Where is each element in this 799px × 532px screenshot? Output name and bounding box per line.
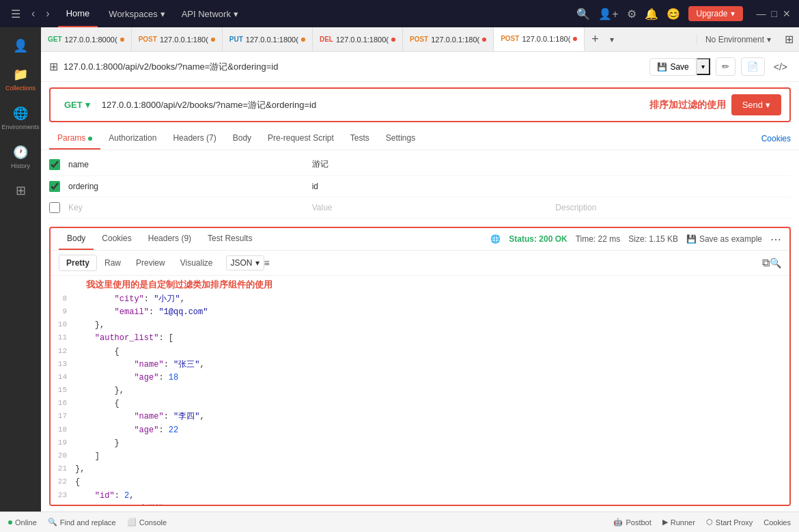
close-button[interactable]: ✕ (783, 8, 791, 19)
add-tab-button[interactable]: + (585, 32, 606, 46)
maximize-button[interactable]: □ (772, 8, 777, 19)
response-tab-headers[interactable]: Headers (9) (140, 228, 199, 250)
environments-label: Environments (1, 124, 39, 131)
find-replace-status[interactable]: 🔍 Find and replace (48, 518, 116, 527)
sidebar-item-history[interactable]: 🕐 History (0, 139, 41, 176)
search-code-button[interactable]: 🔍 (770, 257, 781, 268)
console-status[interactable]: ⬜ Console (127, 518, 167, 527)
env-chevron-icon: ▾ (767, 35, 771, 44)
copy-button[interactable]: ⧉ (762, 257, 770, 269)
tab-post-1[interactable]: POST 127.0.0.1:180( (132, 27, 223, 51)
tab-get-1[interactable]: GET 127.0.0.1:8000( (41, 27, 132, 51)
api-network-tab[interactable]: API Network ▾ (176, 9, 244, 19)
param-key-1: name (66, 157, 304, 172)
more-options-button[interactable]: ⋯ (770, 233, 781, 246)
format-tab-visualize[interactable]: Visualize (173, 255, 221, 271)
sidebar-item-environments[interactable]: 🌐 Environments (0, 100, 41, 137)
code-content: 我这里使用的是自定制过滤类加排序组件的使用 8 "city": "小刀", 9 … (51, 276, 789, 505)
tab-headers[interactable]: Headers (7) (165, 128, 224, 150)
collections-label: Collections (5, 85, 36, 92)
param-check-2[interactable] (49, 181, 60, 192)
upgrade-button[interactable]: Upgrade ▾ (688, 6, 743, 21)
postbot-button[interactable]: 🤖 Postbot (613, 518, 651, 527)
tab-authorization[interactable]: Authorization (100, 128, 165, 150)
tab-body[interactable]: Body (225, 128, 260, 150)
params-table: name 游记 ordering id Key Value Descriptio… (41, 150, 799, 221)
docs-button[interactable]: 📄 (741, 57, 765, 76)
online-dot (8, 520, 12, 524)
url-input[interactable] (102, 100, 630, 110)
code-line-10: 10 }, (51, 319, 789, 332)
param-check-1[interactable] (49, 159, 60, 170)
back-button[interactable]: ‹ (29, 6, 38, 21)
globe-icon: 🌐 (490, 234, 501, 244)
avatar-icon[interactable]: 😊 (667, 8, 680, 20)
format-tab-pretty[interactable]: Pretty (59, 255, 97, 271)
tab-put-1[interactable]: PUT 127.0.0.1:1800( (223, 27, 313, 51)
param-value-1: 游记 (309, 156, 548, 173)
param-row-1: name 游记 (49, 153, 791, 176)
param-row-empty: Key Value Description (49, 197, 791, 219)
settings-icon[interactable]: ⚙ (627, 8, 636, 20)
params-dot (88, 137, 92, 141)
tab-post-3[interactable]: POST 127.0.0.1:180( (494, 27, 585, 51)
save-button[interactable]: 💾 Save (649, 58, 696, 76)
sidebar-item-more[interactable]: ⊞ (0, 178, 41, 204)
env-selector[interactable]: No Environment ▾ (697, 35, 779, 44)
tab-prerequest[interactable]: Pre-request Script (260, 128, 342, 150)
wrap-lines-button[interactable]: ≡ (264, 257, 270, 268)
url-path-area: ⊞ 127.0.0.1:8000/api/v2/books/?name=游记&o… (41, 52, 799, 82)
minimize-button[interactable]: — (757, 8, 766, 19)
response-tab-body[interactable]: Body (59, 228, 94, 250)
send-chevron-icon: ▾ (766, 100, 770, 110)
search-icon[interactable]: 🔍 (576, 8, 590, 20)
cookies-button[interactable]: Cookies (763, 518, 791, 527)
console-icon: ⬜ (127, 518, 137, 527)
tab-overflow-button[interactable]: ▾ (606, 35, 618, 44)
code-line-19: 19 } (51, 437, 789, 450)
save-example-button[interactable]: 💾 Save as example (686, 234, 762, 244)
param-check-empty[interactable] (49, 202, 60, 213)
edit-button[interactable]: ✏ (716, 57, 735, 76)
home-tab[interactable]: Home (58, 0, 98, 27)
tab-dot-5 (482, 38, 486, 42)
send-button[interactable]: Send ▾ (731, 94, 781, 115)
tab-dot-1 (120, 38, 124, 42)
tab-del-1[interactable]: DEL 127.0.0.1:1800( (313, 27, 403, 51)
tab-url-4: 127.0.0.1:1800( (336, 36, 389, 44)
forward-button[interactable]: › (43, 6, 52, 21)
tab-tests[interactable]: Tests (342, 128, 378, 150)
runner-button[interactable]: ▶ Runner (662, 518, 695, 527)
notification-icon[interactable]: 🔔 (645, 8, 658, 20)
tab-post-2[interactable]: POST 127.0.0.1:180( (403, 27, 494, 51)
response-tab-testresults[interactable]: Test Results (199, 228, 260, 250)
tab-settings[interactable]: Settings (378, 128, 423, 150)
add-user-icon[interactable]: 👤+ (598, 8, 618, 20)
response-tab-cookies[interactable]: Cookies (94, 228, 139, 250)
sidebar-item-collections[interactable]: 📁 Collections (0, 61, 41, 98)
runner-icon: ▶ (662, 518, 668, 527)
format-select[interactable]: JSON ▾ (226, 255, 264, 270)
sidebar-item-profile[interactable]: 👤 (0, 33, 41, 59)
online-status[interactable]: Online (8, 518, 37, 527)
method-select[interactable]: GET ▾ (59, 100, 96, 110)
tab-dot-3 (301, 38, 305, 42)
workspaces-tab[interactable]: Workspaces ▾ (103, 9, 170, 19)
environments-icon: 🌐 (13, 106, 28, 121)
tab-dot-6 (573, 37, 577, 41)
menu-icon[interactable]: ☰ (8, 6, 23, 22)
format-tab-preview[interactable]: Preview (128, 255, 173, 271)
code-button[interactable]: </> (770, 58, 791, 76)
history-label: History (11, 163, 30, 170)
save-dropdown-button[interactable]: ▾ (697, 58, 710, 75)
format-tab-raw[interactable]: Raw (97, 255, 128, 271)
layout-icon[interactable]: ⊞ (779, 33, 799, 46)
code-line-12: 12 { (51, 346, 789, 359)
find-replace-icon: 🔍 (48, 518, 57, 527)
tab-url-5: 127.0.0.1:180( (431, 36, 479, 44)
cookies-link[interactable]: Cookies (761, 134, 791, 143)
find-replace-label: Find and replace (60, 518, 116, 527)
start-proxy-button[interactable]: ⬡ Start Proxy (706, 518, 753, 527)
workspaces-chevron-icon: ▾ (160, 9, 165, 19)
tab-params[interactable]: Params (49, 128, 100, 150)
